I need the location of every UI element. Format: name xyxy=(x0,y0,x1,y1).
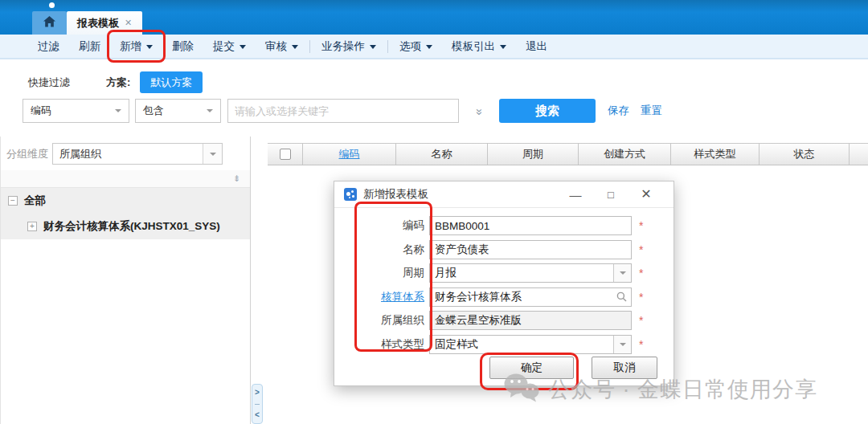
select-all-checkbox[interactable] xyxy=(280,149,291,160)
toolbar-refresh-button[interactable]: 刷新 xyxy=(69,34,110,59)
field-row-organization: 所属组织 * xyxy=(334,311,674,330)
toolbar-submit-button[interactable]: 提交 xyxy=(203,34,256,59)
minimize-icon[interactable]: — xyxy=(558,189,593,201)
name-input[interactable] xyxy=(430,241,631,259)
style-type-combo-input[interactable] xyxy=(430,336,613,353)
accounting-system-lookup-input[interactable] xyxy=(430,288,612,306)
filter-operator-dropdown[interactable]: 包含 xyxy=(135,99,221,123)
field-row-period: 周期 * xyxy=(334,263,674,283)
expand-node-icon[interactable]: + xyxy=(27,222,37,231)
collapse-all-icon[interactable]: ⇟ xyxy=(233,173,240,184)
required-asterisk: * xyxy=(639,219,643,232)
chevron-down-icon xyxy=(115,109,121,112)
chevron-down-icon xyxy=(292,45,298,49)
column-header-style-type[interactable]: 样式类型 xyxy=(671,144,760,165)
toolbar-separator xyxy=(309,40,310,53)
dialog-title-bar: 新增报表模板 — □ ✕ xyxy=(334,181,674,208)
toolbar-exit-button[interactable]: 退出 xyxy=(516,34,557,59)
toolbar-filter-button[interactable]: 过滤 xyxy=(28,34,69,59)
toolbar: 过滤 刷新 新增 删除 提交 审核 业务操作 选项 模板引出 退出 xyxy=(0,35,868,59)
chevron-down-icon xyxy=(620,343,626,346)
tab-close-icon[interactable]: ✕ xyxy=(125,18,132,27)
splitter-handle xyxy=(255,404,260,405)
collapse-right-icon[interactable]: > xyxy=(255,389,260,397)
tree-node-all[interactable]: − 全部 xyxy=(1,188,250,214)
column-header-code[interactable]: 编码 xyxy=(303,144,396,165)
dialog-buttons: 确定 取消 xyxy=(334,357,674,379)
period-combo-input[interactable] xyxy=(430,264,613,282)
chevron-down-icon xyxy=(207,109,213,112)
home-icon xyxy=(43,16,55,31)
field-label: 周期 xyxy=(334,266,429,280)
kingdee-logo-icon xyxy=(344,188,357,201)
combo-dropdown-button[interactable] xyxy=(613,264,631,282)
tab-label: 报表模板 xyxy=(77,16,119,31)
dialog-form: 编码 * 名称 * 周期 * 核算体系 xyxy=(334,208,674,354)
code-input[interactable] xyxy=(430,217,631,234)
group-panel: 分组维度 所属组织 ⇟ − 全部 + 财务会计核算体系(KJHSTX01_SYS… xyxy=(0,137,251,424)
required-asterisk: * xyxy=(639,338,643,351)
column-header-period[interactable]: 周期 xyxy=(488,144,579,165)
maximize-icon[interactable]: □ xyxy=(593,190,628,200)
tree-node-accounting-system[interactable]: + 财务会计核算体系(KJHSTX01_SYS) xyxy=(1,214,250,239)
toolbar-delete-button[interactable]: 删除 xyxy=(162,34,203,59)
toolbar-audit-button[interactable]: 审核 xyxy=(256,34,308,59)
column-header-create-mode[interactable]: 创建方式 xyxy=(579,144,671,165)
keyword-input[interactable] xyxy=(227,99,459,123)
toolbar-separator xyxy=(387,40,388,53)
field-label: 所属组织 xyxy=(334,313,429,328)
panel-splitter[interactable]: > < xyxy=(252,384,263,424)
chevron-down-icon xyxy=(210,153,216,156)
column-header-status[interactable]: 状态 xyxy=(760,144,850,165)
cancel-button[interactable]: 取消 xyxy=(592,357,657,379)
toolbar-business-ops-button[interactable]: 业务操作 xyxy=(312,34,386,59)
required-asterisk: * xyxy=(639,291,643,304)
chevron-down-icon xyxy=(426,45,432,49)
required-asterisk: * xyxy=(639,267,643,279)
tab-report-template[interactable]: 报表模板 ✕ xyxy=(67,11,142,35)
column-header-spacer xyxy=(850,144,868,165)
title-bar: 报表模板 ✕ xyxy=(0,0,868,35)
combo-dropdown-button[interactable] xyxy=(613,336,631,353)
chevron-down-icon xyxy=(500,45,506,49)
expand-more-icon[interactable]: » xyxy=(473,104,487,117)
field-row-accounting-system: 核算体系 * xyxy=(334,287,674,307)
tab-home[interactable] xyxy=(32,11,67,35)
select-all-cell xyxy=(268,144,303,165)
field-label: 样式类型 xyxy=(334,337,429,352)
required-asterisk: * xyxy=(639,243,643,256)
chevron-down-icon xyxy=(146,45,153,49)
field-label: 编码 xyxy=(334,218,429,233)
ok-button[interactable]: 确定 xyxy=(489,357,574,379)
chevron-down-icon xyxy=(370,45,376,49)
recording-dot xyxy=(49,2,55,8)
tree-toolbar-strip: ⇟ xyxy=(1,170,250,188)
toolbar-options-button[interactable]: 选项 xyxy=(390,34,442,59)
close-icon[interactable]: ✕ xyxy=(628,188,664,201)
accounting-system-link-label[interactable]: 核算体系 xyxy=(334,290,429,304)
search-button[interactable]: 搜索 xyxy=(499,99,596,123)
app-window: 报表模板 ✕ 过滤 刷新 新增 删除 提交 审核 业务操作 选项 xyxy=(0,0,868,424)
save-scheme-link[interactable]: 保存 xyxy=(608,104,629,118)
default-scheme-button[interactable]: 默认方案 xyxy=(140,71,203,93)
collapse-node-icon[interactable]: − xyxy=(8,196,18,206)
filter-field-dropdown[interactable]: 编码 xyxy=(23,99,129,123)
dialog-title: 新增报表模板 xyxy=(363,187,558,202)
scheme-label: 方案: xyxy=(106,75,130,90)
group-dimension-label: 分组维度 xyxy=(6,147,48,161)
dropdown-button[interactable] xyxy=(203,144,222,164)
table-header: 编码 名称 周期 创建方式 样式类型 状态 xyxy=(268,143,868,165)
column-header-name[interactable]: 名称 xyxy=(396,144,488,165)
quick-filter-label: 快捷过滤 xyxy=(28,75,70,90)
toolbar-add-button[interactable]: 新增 xyxy=(110,34,162,59)
organization-input xyxy=(430,312,631,329)
org-tree: − 全部 + 财务会计核算体系(KJHSTX01_SYS) xyxy=(1,188,250,239)
field-label: 名称 xyxy=(334,243,429,257)
group-dimension-dropdown[interactable]: 所属组织 xyxy=(52,143,223,165)
toolbar-template-export-button[interactable]: 模板引出 xyxy=(442,34,516,59)
collapse-left-icon[interactable]: < xyxy=(255,411,260,419)
reset-link[interactable]: 重置 xyxy=(641,104,662,118)
field-row-code: 编码 * xyxy=(334,216,674,235)
field-row-style-type: 样式类型 * xyxy=(334,335,674,354)
search-lookup-icon[interactable] xyxy=(612,288,631,306)
